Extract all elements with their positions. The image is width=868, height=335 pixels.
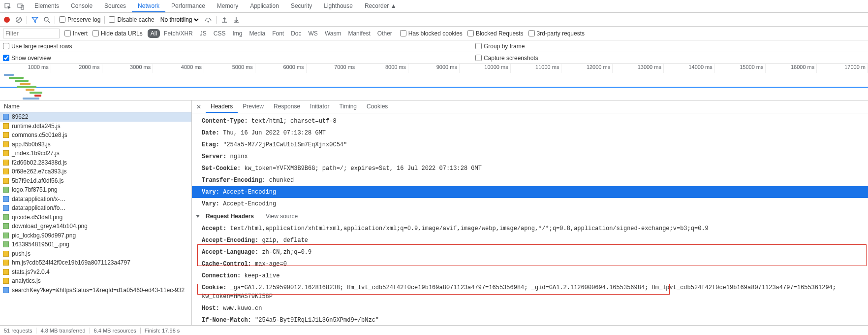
request-header-line[interactable]: Host: www.kuwo.cn xyxy=(192,302,868,314)
view-source-link[interactable]: View source xyxy=(266,213,298,220)
filter-chip-media[interactable]: Media xyxy=(246,29,268,38)
request-row[interactable]: stats.js?v2.0.4 xyxy=(0,268,191,277)
response-header-line[interactable]: Date: Thu, 16 Jun 2022 07:13:28 GMT xyxy=(192,127,868,139)
detail-tab-preview[interactable]: Preview xyxy=(238,101,269,113)
third-party-label: 3rd-party requests xyxy=(537,30,585,37)
request-row[interactable]: 0f68e262.e7ca393.js xyxy=(0,167,191,176)
blocked-requests-checkbox[interactable]: Blocked Requests xyxy=(467,30,524,37)
detail-tab-cookies[interactable]: Cookies xyxy=(362,101,393,113)
group-by-frame-checkbox[interactable]: Group by frame xyxy=(475,43,525,50)
request-header-line[interactable]: If-None-Match: "254a5-Byt9IRqL1J1L36n5XP… xyxy=(192,314,868,325)
request-row[interactable]: runtime.ddfa245.js xyxy=(0,122,191,131)
top-tab-lighthouse[interactable]: Lighthouse xyxy=(318,0,359,12)
request-row[interactable]: 89622 xyxy=(0,112,191,122)
filter-chip-doc[interactable]: Doc xyxy=(288,29,304,38)
response-header-line[interactable]: Content-Type: text/html; charset=utf-8 xyxy=(192,115,868,127)
request-header-line[interactable]: Accept-Encoding: gzip, deflate xyxy=(192,234,868,246)
name-column-header[interactable]: Name xyxy=(0,100,191,112)
response-header-line[interactable]: Vary: Accept-Encoding xyxy=(192,186,868,198)
request-row[interactable]: 1633954819501_.png xyxy=(0,240,191,249)
headers-body[interactable]: Content-Type: text/html; charset=utf-8Da… xyxy=(192,113,868,325)
script-icon xyxy=(3,251,9,257)
record-button[interactable] xyxy=(3,16,11,24)
inspect-icon[interactable] xyxy=(2,1,14,12)
request-list[interactable]: 89622runtime.ddfa245.jscommons.c5c01e8.j… xyxy=(0,112,191,325)
response-header-line[interactable]: Etag: "254a5-M7/2jPa1CwU1blSm7EqXjnx0C54… xyxy=(192,139,868,151)
top-tab-memory[interactable]: Memory xyxy=(211,0,244,12)
request-row[interactable]: commons.c5c01e8.js xyxy=(0,131,191,140)
filter-chip-wasm[interactable]: Wasm xyxy=(322,29,344,38)
filter-chip-font[interactable]: Font xyxy=(269,29,287,38)
import-har-icon[interactable] xyxy=(220,16,228,24)
top-tab-network[interactable]: Network xyxy=(132,0,165,12)
request-row[interactable]: searchKey?key=&httpsStatus=1&reqId=d1a05… xyxy=(0,286,191,295)
request-row[interactable]: data:application/x-… xyxy=(0,195,191,204)
clear-icon[interactable] xyxy=(15,16,23,24)
filter-chip-js[interactable]: JS xyxy=(197,29,210,38)
request-header-line[interactable]: Cookie: _ga=GA1.2.1259590012.1628168238;… xyxy=(192,282,868,302)
preserve-log-checkbox[interactable]: Preserve log xyxy=(59,16,100,23)
request-header-line[interactable]: Accept: text/html,application/xhtml+xml,… xyxy=(192,223,868,234)
document-icon xyxy=(3,205,9,211)
request-header-line[interactable]: Cache-Control: max-age=0 xyxy=(192,258,868,270)
hide-data-urls-checkbox[interactable]: Hide data URLs xyxy=(93,30,143,37)
filter-icon[interactable] xyxy=(31,16,39,24)
filter-chip-all[interactable]: All xyxy=(148,29,160,38)
network-conditions-icon[interactable] xyxy=(204,16,212,24)
request-header-line[interactable]: Accept-Language: zh-CN,zh;q=0.9 xyxy=(192,246,868,258)
search-icon[interactable] xyxy=(43,16,51,24)
request-row[interactable]: _index.1b9cd27.js xyxy=(0,149,191,158)
timeline-body xyxy=(0,73,868,100)
timeline-overview[interactable]: 1000 ms2000 ms3000 ms4000 ms5000 ms6000 … xyxy=(0,64,868,100)
request-row[interactable]: push.js xyxy=(0,249,191,259)
filter-chip-ws[interactable]: WS xyxy=(306,29,321,38)
capture-screenshots-checkbox[interactable]: Capture screenshots xyxy=(475,55,538,62)
top-tab-application[interactable]: Application xyxy=(244,0,285,12)
request-row[interactable]: pic_lockbg.909d997.png xyxy=(0,231,191,240)
request-row[interactable]: app.f5b0b93.js xyxy=(0,140,191,149)
request-row[interactable]: analytics.js xyxy=(0,276,191,286)
response-header-line[interactable]: Set-Cookie: kw_token=YVFXM3B9B6G; path=/… xyxy=(192,163,868,174)
export-har-icon[interactable] xyxy=(232,16,240,24)
top-tab-recorder-[interactable]: Recorder ▲ xyxy=(359,0,403,12)
filter-input[interactable] xyxy=(3,29,60,38)
filter-chip-img[interactable]: Img xyxy=(229,29,245,38)
request-row[interactable]: qrcode.d53daff.png xyxy=(0,213,191,222)
request-row[interactable]: data:application/fo… xyxy=(0,203,191,213)
filter-chip-other[interactable]: Other xyxy=(374,29,395,38)
request-row[interactable]: hm.js?cdb524f42f0ce19b169a8071123a4797 xyxy=(0,258,191,268)
has-blocked-cookies-checkbox[interactable]: Has blocked cookies xyxy=(400,30,463,37)
filter-chip-fetch-xhr[interactable]: Fetch/XHR xyxy=(161,29,196,38)
request-header-line[interactable]: Connection: keep-alive xyxy=(192,270,868,282)
request-row[interactable]: logo.7bf8751.png xyxy=(0,185,191,195)
disable-cache-checkbox[interactable]: Disable cache xyxy=(109,16,154,23)
top-tab-sources[interactable]: Sources xyxy=(98,0,132,12)
top-tab-performance[interactable]: Performance xyxy=(165,0,211,12)
detail-tab-response[interactable]: Response xyxy=(269,101,305,113)
request-row[interactable]: 5b7f9e1d.af0df56.js xyxy=(0,176,191,186)
top-tab-console[interactable]: Console xyxy=(65,0,98,12)
filter-chip-css[interactable]: CSS xyxy=(211,29,229,38)
throttling-select[interactable]: No throttling xyxy=(158,16,200,24)
response-header-line[interactable]: Transfer-Encoding: chunked xyxy=(192,174,868,186)
request-row[interactable]: download_grey.e14b104.png xyxy=(0,222,191,231)
detail-tab-initiator[interactable]: Initiator xyxy=(305,101,334,113)
request-headers-section[interactable]: Request HeadersView source xyxy=(192,210,868,223)
third-party-checkbox[interactable]: 3rd-party requests xyxy=(528,30,585,37)
invert-checkbox[interactable]: Invert xyxy=(64,30,88,37)
top-tab-security[interactable]: Security xyxy=(285,0,318,12)
image-icon xyxy=(3,223,9,229)
top-tab-elements[interactable]: Elements xyxy=(29,0,65,12)
response-header-line[interactable]: Server: nginx xyxy=(192,151,868,163)
detail-tab-timing[interactable]: Timing xyxy=(334,101,362,113)
request-name: push.js xyxy=(12,250,31,257)
detail-tab-headers[interactable]: Headers xyxy=(206,101,238,113)
timeline-tick: 16000 ms xyxy=(766,64,817,73)
request-row[interactable]: f2d66b02.283438d.js xyxy=(0,158,191,168)
show-overview-checkbox[interactable]: Show overview xyxy=(3,55,51,62)
close-details-icon[interactable]: ✕ xyxy=(194,103,204,110)
use-large-rows-checkbox[interactable]: Use large request rows xyxy=(3,43,72,50)
device-toggle-icon[interactable] xyxy=(15,1,27,12)
filter-chip-manifest[interactable]: Manifest xyxy=(345,29,373,38)
response-header-line[interactable]: Vary: Accept-Encoding xyxy=(192,198,868,210)
